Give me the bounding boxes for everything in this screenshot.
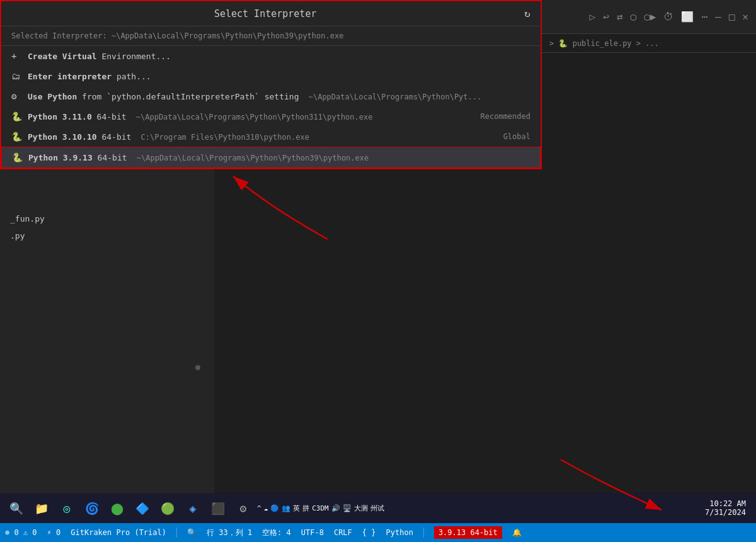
maximize-icon[interactable]: □	[729, 11, 735, 23]
plus-icon: +	[11, 51, 23, 61]
python-icon: 🐍	[11, 111, 23, 121]
run-icon[interactable]: ▷	[590, 11, 596, 23]
circle-icon[interactable]: ○	[631, 11, 637, 23]
item-path: C:\Program Files\Python310\python.exe	[136, 133, 309, 142]
item-name: Python 3.11.0 64-bit	[28, 112, 127, 121]
item-name: Use Python from `python.defaultInterpret…	[28, 92, 299, 101]
item-badge: Recommended	[481, 112, 530, 121]
status-bar-item-lang[interactable]: Python	[386, 528, 413, 537]
taskbar-icon-edge[interactable]: 🌀	[81, 497, 103, 519]
layout-icon[interactable]: ⇄	[617, 11, 623, 23]
taskbar-icon-folder[interactable]: 📁	[30, 497, 53, 519]
taskbar-icon-search[interactable]: 🔍	[5, 497, 28, 519]
item-name: Create Virtual Environment...	[28, 52, 171, 61]
tray-icon[interactable]: 🔊	[331, 504, 340, 512]
item-main: Use Python from `python.defaultInterpret…	[28, 92, 530, 101]
square-icon[interactable]: ⬜	[681, 11, 694, 23]
folder-icon: 🗂	[11, 71, 23, 81]
status-bar-item-spaces[interactable]: 空格: 4	[262, 528, 291, 538]
tray-icon[interactable]: ^	[257, 504, 261, 512]
file-item[interactable]: .py	[0, 227, 214, 244]
item-path: ~\AppData\Local\Programs\Python\Python39…	[132, 154, 369, 162]
editor-area: ▷↩⇄○○▶⏱⬜⋯—□✕ > 🐍 public_ele.py > ...	[542, 0, 756, 542]
editor-content	[542, 53, 756, 542]
selected-interpreter-subtitle: Selected Interpreter: ~\AppData\Local\Pr…	[1, 26, 541, 46]
status-separator	[423, 528, 424, 538]
item-badge: Global	[503, 132, 530, 141]
tray-icon[interactable]: 英	[293, 504, 300, 513]
more-icon[interactable]: ⋯	[701, 11, 707, 23]
status-bar: ⊗ 0 ⚠ 0⚡ 0GitKraken Pro (Trial)🔍行 33，列 1…	[0, 523, 756, 542]
interpreter-item-create-venv[interactable]: +Create Virtual Environment...	[1, 46, 541, 66]
item-path: ~\AppData\Local\Programs\Python\Python31…	[132, 113, 373, 121]
taskbar-icon-settings[interactable]: ⚙	[232, 497, 255, 519]
breadcrumb: > 🐍 public_ele.py > ...	[542, 34, 756, 53]
item-path: ~\AppData\Local\Programs\Python\Pyt...	[304, 93, 481, 101]
time-display: 10:22 AM	[705, 499, 746, 508]
close-icon[interactable]: ✕	[742, 11, 748, 23]
item-main: Python 3.11.0 64-bit ~\AppData\Local\Pro…	[28, 112, 476, 121]
status-bar-left: ⊗ 0 ⚠ 0⚡ 0GitKraken Pro (Trial)🔍行 33，列 1…	[0, 526, 756, 539]
tray-icon[interactable]: C3DM	[312, 504, 329, 512]
status-bar-item-eol[interactable]: CRLF	[334, 528, 352, 537]
item-main: Python 3.10.10 64-bit C:\Program Files\P…	[28, 132, 498, 142]
status-bar-item-encoding[interactable]: UTF-8	[301, 528, 324, 537]
tray-icon[interactable]: 👥	[282, 504, 290, 512]
python-icon: 🐍	[12, 152, 23, 162]
tray-icon[interactable]: 拼	[302, 504, 309, 513]
minimize-icon[interactable]: —	[715, 11, 721, 23]
taskbar-tray: ^☁🔵👥英拼C3DM🔊🖥️大测州试	[257, 504, 384, 513]
interpreter-list: +Create Virtual Environment...🗂Enter int…	[1, 46, 541, 168]
status-bar-item-errors[interactable]: ⊗ 0 ⚠ 0	[5, 528, 37, 537]
tray-icon[interactable]: 大测	[354, 504, 368, 513]
command-palette: Select Interpreter ↻ Selected Interprete…	[0, 0, 542, 169]
status-separator	[176, 528, 177, 538]
date-display: 7/31/2024	[705, 508, 746, 517]
taskbar-icon-chrome[interactable]: ⬤	[106, 497, 129, 519]
taskbar: 🔍📁◎🌀⬤🔷🟢◈⬛⚙^☁🔵👥英拼C3DM🔊🖥️大测州试10:22 AM7/31/…	[0, 493, 756, 523]
run-debug-icon[interactable]: ○▶	[644, 11, 656, 23]
gear-icon: ⚙	[11, 91, 23, 101]
command-palette-title: Select Interpreter	[11, 8, 519, 20]
taskbar-icon-copilot[interactable]: ◎	[55, 497, 78, 519]
interpreter-item-python-311[interactable]: 🐍Python 3.11.0 64-bit ~\AppData\Local\Pr…	[1, 106, 541, 127]
refresh-icon[interactable]: ↻	[524, 8, 530, 20]
timer-icon[interactable]: ⏱	[663, 11, 673, 23]
item-main: Enter interpreter path...	[28, 72, 530, 81]
taskbar-icon-vscode[interactable]: ◈	[181, 497, 204, 519]
command-palette-header: Select Interpreter ↻	[1, 1, 541, 26]
status-bar-item-zoom[interactable]: 🔍	[187, 528, 197, 537]
interpreter-item-enter-path[interactable]: 🗂Enter interpreter path...	[1, 66, 541, 86]
status-bar-item-bell[interactable]: 🔔	[512, 528, 522, 537]
interpreter-item-python-310[interactable]: 🐍Python 3.10.10 64-bit C:\Program Files\…	[1, 127, 541, 147]
interpreter-item-use-python-default[interactable]: ⚙Use Python from `python.defaultInterpre…	[1, 86, 541, 106]
file-item[interactable]: _fun.py	[0, 210, 214, 227]
taskbar-icon-jetbrains[interactable]: 🔷	[131, 497, 154, 519]
interpreter-item-python-39[interactable]: 🐍Python 3.9.13 64-bit ~\AppData\Local\Pr…	[1, 147, 541, 168]
taskbar-time: 10:22 AM7/31/2024	[705, 499, 751, 517]
tray-icon[interactable]: 州试	[370, 504, 384, 513]
editor-toolbar: ▷↩⇄○○▶⏱⬜⋯—□✕	[542, 0, 756, 34]
tray-icon[interactable]: 🖥️	[343, 504, 352, 512]
status-bar-item-info[interactable]: ⚡ 0	[47, 528, 61, 537]
status-bar-item-line-col[interactable]: 行 33，列 1	[207, 528, 252, 538]
item-name: Enter interpreter path...	[28, 72, 151, 81]
undo-icon[interactable]: ↩	[603, 11, 609, 23]
tray-icon[interactable]: ☁	[264, 504, 268, 512]
status-bar-item-lang-icon[interactable]: { }	[362, 528, 376, 537]
taskbar-icon-terminal[interactable]: ⬛	[207, 497, 229, 519]
status-bar-item-gitkraken[interactable]: GitKraken Pro (Trial)	[71, 528, 166, 537]
python-icon: 🐍	[11, 132, 23, 142]
taskbar-icon-pycharm[interactable]: 🟢	[156, 497, 179, 519]
minimap-dot	[195, 365, 200, 370]
status-bar-item-python-version[interactable]: 3.9.13 64-bit	[434, 526, 502, 539]
item-name: Python 3.10.10 64-bit	[28, 132, 131, 142]
item-name: Python 3.9.13 64-bit	[28, 153, 127, 162]
item-main: Create Virtual Environment...	[28, 52, 530, 61]
item-main: Python 3.9.13 64-bit ~\AppData\Local\Pro…	[28, 153, 530, 162]
tray-icon[interactable]: 🔵	[270, 504, 279, 512]
